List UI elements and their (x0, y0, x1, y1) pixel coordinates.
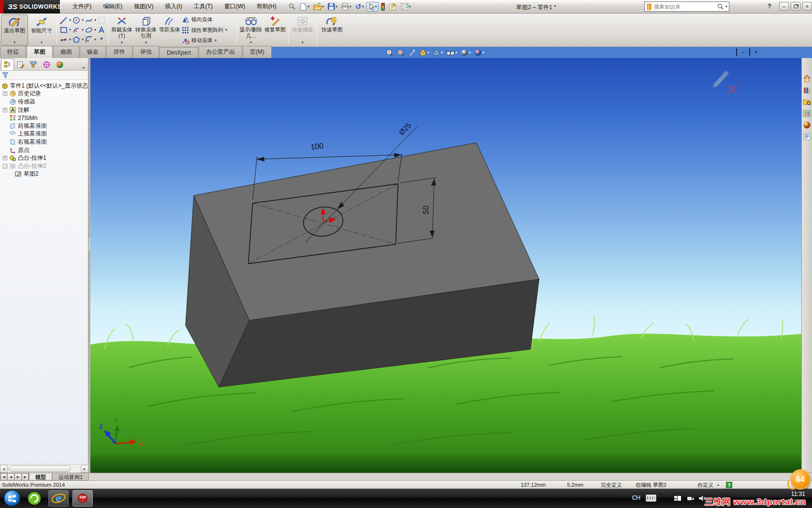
units-selector[interactable]: 自定义 (697, 481, 713, 489)
graphics-area[interactable]: 100 50 Ø25 (90, 58, 801, 473)
status-help-icon[interactable]: ? (726, 482, 732, 488)
menu-insert[interactable]: 插入(I) (159, 0, 188, 13)
view-palette-icon[interactable] (803, 109, 811, 118)
options-icon[interactable]: ▾ (399, 2, 412, 11)
minimize-button[interactable]: – (779, 2, 789, 11)
input-language-indicator[interactable]: CH (632, 494, 640, 501)
tree-item-top-plane[interactable]: 上视基准面 (1, 130, 88, 138)
browser-360-icon[interactable] (24, 490, 44, 507)
resources-home-icon[interactable] (803, 75, 811, 83)
tree-item-history[interactable]: + 历史记录 (1, 90, 88, 98)
menu-view[interactable]: 视图(V) (128, 0, 159, 13)
tab-sketch[interactable]: 草图 (27, 46, 53, 58)
last-tab-button[interactable]: ▶ (22, 473, 29, 480)
tab-dimxpert[interactable]: DimXpert (160, 47, 198, 58)
arc-tool-icon[interactable] (72, 26, 81, 34)
restore-button[interactable] (791, 2, 800, 11)
menu-file[interactable]: 文件(F) (67, 0, 97, 13)
select-cursor-icon[interactable]: ▾ (366, 2, 378, 12)
tab-weldments[interactable]: 焊件 (106, 46, 132, 58)
prev-tab-button[interactable]: ◀ (7, 473, 14, 480)
rebuild-traffic-light-icon[interactable] (379, 2, 387, 12)
display-manager-tab[interactable] (53, 59, 66, 70)
linear-sketch-pattern-button[interactable]: 线性草图阵列 ▾ (182, 27, 234, 34)
panel-horizontal-scrollbar[interactable]: ◂ ▸ (0, 464, 88, 473)
close-button[interactable]: × (802, 2, 812, 11)
new-document-icon[interactable]: ▾ (298, 2, 311, 12)
units-caret[interactable]: ▴ (717, 483, 719, 487)
doc-cascade-icon[interactable] (736, 49, 737, 56)
rapid-sketch-button[interactable]: 快速草图 (319, 15, 346, 45)
apply-scene-icon[interactable]: ▾ (474, 49, 484, 57)
menu-tools[interactable]: 工具(T) (188, 0, 218, 13)
repair-sketch-button[interactable]: 修复草图 (263, 15, 287, 45)
tab-office-products[interactable]: 办公室产品 (199, 46, 242, 58)
rectangle-tool-icon[interactable] (59, 26, 68, 34)
fillet-tool-icon[interactable] (85, 35, 93, 44)
property-manager-tab[interactable] (14, 59, 27, 70)
tab-evaluate[interactable]: 评估 (133, 46, 159, 58)
menu-edit[interactable]: 编辑(E) (97, 0, 128, 13)
file-explorer-icon[interactable] (803, 98, 811, 106)
polygon-tool-icon[interactable] (72, 35, 81, 44)
model-tab[interactable]: 模型 (29, 473, 52, 480)
trim-entities-button[interactable]: 剪裁实体(T) ▾ (110, 15, 133, 45)
tree-item-origin[interactable]: 原点 (1, 146, 88, 154)
convert-entities-button[interactable]: 转换实体引用 ▾ (133, 15, 159, 45)
tree-root[interactable]: 零件1 (默认<<默认>_显示状态 (1, 82, 88, 90)
tree-item-boss-extrude2[interactable]: - 凸台-拉伸2 (1, 162, 88, 170)
view-orientation-icon[interactable]: ▾ (419, 49, 429, 57)
doc-close-icon[interactable]: × (754, 49, 758, 56)
panel-tabs-overflow[interactable]: » (82, 64, 88, 70)
tab-macro[interactable]: 宏(M) (243, 46, 272, 58)
line-tool-icon[interactable] (59, 16, 68, 25)
point-tool-icon[interactable]: * (97, 35, 106, 44)
motion-study-tab[interactable]: 运动算例1 (52, 473, 89, 480)
dimension-diameter-label[interactable]: Ø25 (397, 121, 413, 136)
scroll-thumb[interactable] (9, 465, 71, 472)
open-icon[interactable]: ▾ (312, 2, 325, 11)
tree-filter-bar[interactable] (0, 71, 88, 80)
exit-sketch-button[interactable]: 退出草图 ▾ (1, 15, 28, 45)
display-style-icon[interactable]: ▾ (433, 49, 443, 57)
help-icon[interactable]: ? (768, 2, 771, 10)
menu-help[interactable]: 帮助(H) (251, 0, 282, 13)
first-tab-button[interactable]: ◀ (0, 473, 7, 480)
appearances-sphere-icon[interactable] (803, 121, 811, 129)
action-center-icon[interactable] (674, 495, 682, 502)
freeform-curve-tool-icon[interactable] (59, 35, 68, 44)
next-tab-button[interactable]: ▶ (14, 473, 22, 480)
dimension-width-label[interactable]: 100 (310, 141, 324, 151)
tab-features[interactable]: 特征 (0, 46, 26, 58)
scroll-right-arrow[interactable]: ▸ (81, 465, 88, 473)
tree-item-sensors[interactable]: 传感器 (1, 98, 88, 106)
mirror-entities-button[interactable]: 镜向实体 (182, 16, 234, 23)
search-input[interactable] (654, 4, 715, 10)
doc-minimize-icon[interactable]: – (741, 49, 745, 56)
menu-window[interactable]: 窗口(W) (218, 0, 251, 13)
dimxpert-manager-tab[interactable] (40, 59, 53, 70)
tree-item-right-plane[interactable]: 右视基准面 (1, 138, 88, 146)
print-icon[interactable]: ▾ (340, 2, 353, 11)
network-icon[interactable] (686, 495, 694, 502)
confirmation-corner[interactable] (713, 71, 737, 94)
feature-manager-tab[interactable] (1, 59, 14, 70)
smart-dimension-button[interactable]: 智能尺寸 ▾ (28, 15, 55, 45)
solidworks-taskbar-icon[interactable]: SW (72, 490, 93, 507)
search-options-caret[interactable]: ▾ (725, 5, 727, 9)
tree-item-boss-extrude1[interactable]: + 凸台-拉伸1 (1, 154, 88, 162)
move-entities-button[interactable]: 移动实体 ▾ (182, 37, 234, 44)
configuration-manager-tab[interactable] (27, 59, 40, 70)
tree-item-front-plane[interactable]: 前视基准面 (1, 122, 88, 130)
selection-box-icon[interactable] (97, 16, 106, 25)
spline-tool-icon[interactable] (85, 16, 93, 25)
zoom-fit-icon[interactable] (386, 49, 393, 57)
tree-item-sketch2[interactable]: 草图2 (1, 170, 88, 179)
tree-item-material[interactable]: 27SiMn (1, 114, 88, 122)
tab-surfaces[interactable]: 曲面 (53, 46, 79, 58)
undo-icon[interactable]: ↺ ▾ (354, 1, 365, 12)
doc-restore-icon[interactable] (749, 49, 750, 56)
file-properties-icon[interactable] (388, 2, 398, 11)
ellipse-tool-icon[interactable] (85, 26, 93, 34)
display-delete-relations-button[interactable]: 显示/删除几... ▾ (238, 15, 263, 45)
